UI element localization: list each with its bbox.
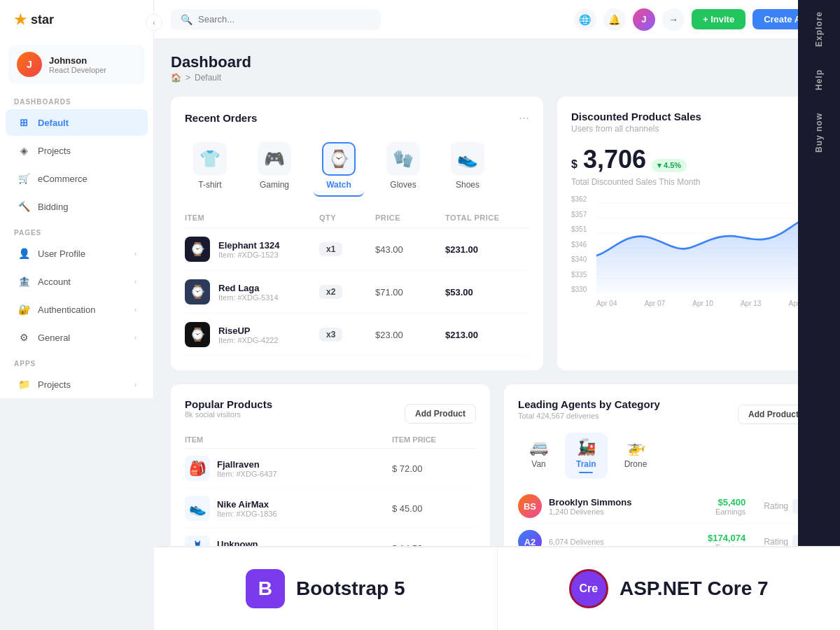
sidebar-item-ecommerce-label: eCommerce [38, 174, 136, 184]
bootstrap-text: Bootstrap 5 [296, 578, 405, 600]
sidebar-toggle[interactable]: ‹ [146, 14, 162, 31]
sales-number: 3,706 [583, 145, 646, 174]
user-info: Johnson React Developer [49, 55, 106, 74]
tab-gaming[interactable]: 🎮 Gaming [249, 136, 300, 197]
pop-thumb: 👟 [185, 496, 210, 521]
sidebar-item-account[interactable]: 🏦 Account › [6, 268, 148, 295]
item-thumb: ⌚ [185, 237, 210, 262]
invite-button[interactable]: + Invite [692, 9, 746, 29]
sidebar-item-ecommerce[interactable]: 🛒 eCommerce [6, 165, 148, 192]
sidebar-item-general-label: General [38, 332, 127, 343]
add-product-button[interactable]: Add Product [405, 404, 476, 424]
globe-icon[interactable]: 🌐 [574, 8, 596, 31]
user-role: React Developer [49, 66, 106, 74]
main-content: 🔍 🌐 🔔 J → + Invite Create App Dashboard … [154, 0, 840, 630]
watch-icon: ⌚ [322, 142, 356, 176]
col-total: TOTAL PRICE [445, 214, 529, 222]
col-price: PRICE [375, 214, 445, 222]
search-icon: 🔍 [181, 14, 192, 25]
help-button[interactable]: Help [808, 58, 830, 102]
pop-item: 🎒 Fjallraven Item: #XDG-6437 [185, 456, 392, 481]
header: 🔍 🌐 🔔 J → + Invite Create App [154, 0, 840, 39]
tab-van-label: Van [531, 459, 545, 469]
sales-card-header: Discounted Product Sales Users from all … [571, 111, 809, 134]
recent-orders-card: Recent Orders ··· 👕 T-shirt 🎮 Gaming ⌚ [171, 97, 543, 370]
breadcrumb-separator: > [186, 73, 190, 83]
user-profile-card[interactable]: J Johnson React Developer [8, 45, 145, 84]
gear-icon: ⚙ [17, 330, 31, 344]
sidebar-item-default[interactable]: ⊞ Default [6, 109, 148, 136]
pop-name: Nike AirMax [217, 499, 277, 510]
sidebar-item-account-label: Account [38, 276, 127, 287]
item-cell: ⌚ Red Laga Item: #XDG-5314 [185, 279, 319, 304]
tab-tshirt[interactable]: 👕 T-shirt [185, 136, 235, 197]
pop-id: Item: #XDG-1836 [217, 510, 277, 518]
sidebar-item-user-profile-label: User Profile [38, 248, 127, 259]
right-panel: Explore Help Buy now [798, 0, 840, 630]
more-options-icon[interactable]: ··· [519, 111, 529, 125]
dollar-sign: $ [571, 158, 578, 171]
sidebar-item-bidding-label: Bidding [38, 202, 136, 212]
breadcrumb-page: Default [195, 73, 221, 83]
bootstrap-icon: B [246, 569, 285, 608]
chevron-icon-account: › [134, 278, 136, 286]
cart-icon: 🛒 [17, 172, 31, 186]
sidebar-item-projects[interactable]: ◈ Projects [6, 137, 148, 164]
tab-van[interactable]: 🚐 Van [518, 433, 559, 479]
arrow-right-icon[interactable]: → [662, 8, 685, 31]
gaming-icon: 🎮 [258, 142, 291, 176]
item-cell: ⌚ RiseUP Item: #XDG-4222 [185, 322, 319, 347]
breadcrumb: 🏠 > Default [171, 73, 251, 83]
grid-icon: ⊞ [17, 115, 31, 130]
recent-orders-header: Recent Orders ··· [185, 111, 529, 125]
aspnet-promo[interactable]: Cre ASP.NET Core 7 [498, 547, 841, 630]
tshirt-icon: 👕 [193, 142, 227, 176]
tab-shoes[interactable]: 👟 Shoes [442, 136, 493, 197]
sidebar-item-authentication-label: Authentication [38, 304, 127, 315]
lock-icon: 🔐 [17, 302, 31, 316]
agent-earnings: $5,400 [715, 497, 746, 507]
item-name: Red Laga [218, 283, 279, 293]
pop-price: $ 45.00 [392, 503, 476, 514]
search-box[interactable]: 🔍 [171, 9, 381, 30]
item-id: Item: #XDG-4222 [218, 336, 279, 344]
page-title: Dashboard [171, 53, 251, 71]
dashboard-grid: Recent Orders ··· 👕 T-shirt 🎮 Gaming ⌚ [171, 97, 823, 370]
explore-button[interactable]: Explore [808, 0, 830, 58]
buy-now-button[interactable]: Buy now [808, 102, 830, 164]
sales-label: Total Discounted Sales This Month [571, 177, 809, 187]
page-content: Dashboard 🏠 > Default Recent Orders ··· [154, 39, 840, 630]
qty-badge: x3 [319, 328, 342, 342]
tab-watch[interactable]: ⌚ Watch [314, 136, 364, 197]
sidebar-item-authentication[interactable]: 🔐 Authentication › [6, 296, 148, 323]
bell-icon[interactable]: 🔔 [603, 8, 626, 31]
sidebar-item-bidding[interactable]: 🔨 Bidding [6, 193, 148, 220]
header-avatar[interactable]: J [633, 8, 655, 31]
price-val: $43.00 [375, 244, 445, 255]
sidebar-item-user-profile[interactable]: 👤 User Profile › [6, 240, 148, 267]
bootstrap-promo[interactable]: B Bootstrap 5 [154, 547, 498, 630]
header-right: 🌐 🔔 J → + Invite Create App [574, 8, 823, 31]
leading-agents-subtitle: Total 424,567 deliveries [518, 412, 660, 420]
popular-products-subtitle: 8k social visitors [185, 410, 272, 419]
tab-train-label: Train [576, 459, 596, 469]
pop-row: 👟 Nike AirMax Item: #XDG-1836 $ 45.00 [185, 489, 476, 528]
aspnet-text: ASP.NET Core 7 [620, 578, 769, 600]
table-header: ITEM QTY PRICE TOTAL PRICE [185, 208, 529, 228]
chevron-icon-auth: › [134, 306, 136, 314]
tab-train[interactable]: 🚂 Train [565, 433, 608, 479]
tab-gaming-label: Gaming [260, 180, 289, 190]
price-val: $71.00 [375, 287, 445, 298]
diamond-icon: ◈ [17, 144, 31, 158]
search-input[interactable] [198, 14, 371, 24]
van-icon: 🚐 [529, 438, 548, 456]
sidebar-item-projects-label: Projects [38, 146, 136, 156]
sidebar-item-projects-app[interactable]: 📁 Projects › [6, 371, 148, 398]
sales-title: Discounted Product Sales [571, 111, 701, 122]
sidebar-item-general[interactable]: ⚙ General › [6, 324, 148, 351]
sales-subtitle: Users from all channels [571, 124, 701, 134]
pop-col-price: ITEM PRICE [392, 435, 476, 444]
tab-gloves[interactable]: 🧤 Gloves [378, 136, 428, 197]
total-val: $231.00 [445, 244, 529, 255]
tab-drone[interactable]: 🚁 Drone [613, 433, 659, 479]
